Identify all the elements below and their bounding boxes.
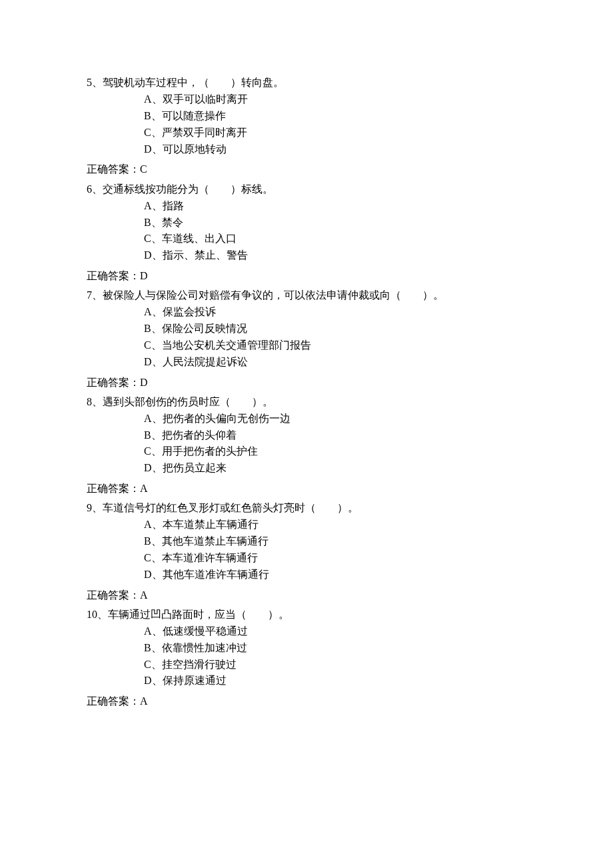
option-d: D、可以原地转动: [144, 141, 526, 158]
option-c: C、用手把伤者的头护住: [144, 443, 526, 460]
option-b: B、可以随意操作: [144, 108, 526, 125]
question-stem: 7、被保险人与保险公司对赔偿有争议的，可以依法申请仲裁或向（ ）。: [87, 286, 526, 304]
option-a: A、低速缓慢平稳通过: [144, 623, 526, 640]
answer-line: 正确答案：D: [87, 373, 526, 391]
option-b: B、依靠惯性加速冲过: [144, 640, 526, 657]
answer-value: A: [140, 589, 148, 601]
answer-line: 正确答案：A: [87, 692, 526, 710]
option-list: A、指路 B、禁令 C、车道线、出入口 D、指示、禁止、警告: [87, 198, 526, 264]
answer-label: 正确答案：: [87, 377, 140, 388]
question-text: 、交通标线按功能分为（ ）标线。: [92, 183, 273, 195]
question-number: 10: [87, 609, 97, 620]
option-list: A、本车道禁止车辆通行 B、其他车道禁止车辆通行 C、本车道准许车辆通行 D、其…: [87, 517, 526, 583]
question-number: 9: [87, 502, 92, 513]
option-b: B、禁令: [144, 215, 526, 231]
option-d: D、人民法院提起诉讼: [144, 354, 526, 371]
page-content: 5、驾驶机动车过程中，（ ）转向盘。 A、双手可以临时离开 B、可以随意操作 C…: [0, 0, 613, 791]
answer-value: D: [140, 270, 148, 281]
option-d: D、保持原速通过: [144, 673, 526, 689]
answer-line: 正确答案：C: [87, 160, 526, 178]
question-number: 6: [87, 183, 92, 195]
question-number: 7: [87, 289, 92, 301]
question-text: 、被保险人与保险公司对赔偿有争议的，可以依法申请仲裁或向（ ）。: [92, 289, 444, 301]
question-text: 、驾驶机动车过程中，（ ）转向盘。: [92, 77, 284, 88]
option-list: A、低速缓慢平稳通过 B、依靠惯性加速冲过 C、挂空挡滑行驶过 D、保持原速通过: [87, 623, 526, 689]
question-stem: 5、驾驶机动车过程中，（ ）转向盘。: [87, 73, 526, 91]
option-b: B、把伤者的头仰着: [144, 427, 526, 444]
option-b: B、其他车道禁止车辆通行: [144, 533, 526, 550]
answer-line: 正确答案：A: [87, 479, 526, 497]
option-list: A、保监会投诉 B、保险公司反映情况 C、当地公安机关交通管理部门报告 D、人民…: [87, 304, 526, 370]
option-c: C、当地公安机关交通管理部门报告: [144, 337, 526, 354]
option-a: A、双手可以临时离开: [144, 91, 526, 108]
answer-line: 正确答案：D: [87, 267, 526, 285]
question-5: 5、驾驶机动车过程中，（ ）转向盘。 A、双手可以临时离开 B、可以随意操作 C…: [87, 73, 526, 157]
question-6: 6、交通标线按功能分为（ ）标线。 A、指路 B、禁令 C、车道线、出入口 D、…: [87, 180, 526, 264]
answer-value: A: [140, 695, 148, 707]
option-list: A、把伤者的头偏向无创伤一边 B、把伤者的头仰着 C、用手把伤者的头护住 D、把…: [87, 411, 526, 477]
option-a: A、本车道禁止车辆通行: [144, 517, 526, 533]
question-stem: 6、交通标线按功能分为（ ）标线。: [87, 180, 526, 198]
answer-value: A: [140, 483, 148, 494]
option-list: A、双手可以临时离开 B、可以随意操作 C、严禁双手同时离开 D、可以原地转动: [87, 91, 526, 157]
option-c: C、本车道准许车辆通行: [144, 550, 526, 567]
answer-value: C: [140, 163, 147, 175]
option-b: B、保险公司反映情况: [144, 321, 526, 337]
question-stem: 10、车辆通过凹凸路面时，应当（ ）。: [87, 605, 526, 623]
answer-label: 正确答案：: [87, 483, 140, 494]
question-stem: 8、遇到头部创伤的伤员时应（ ）。: [87, 393, 526, 411]
answer-label: 正确答案：: [87, 695, 140, 707]
question-9: 9、车道信号灯的红色叉形灯或红色箭头灯亮时（ ）。 A、本车道禁止车辆通行 B、…: [87, 499, 526, 583]
answer-line: 正确答案：A: [87, 586, 526, 604]
answer-label: 正确答案：: [87, 163, 140, 175]
answer-value: D: [140, 377, 148, 388]
question-7: 7、被保险人与保险公司对赔偿有争议的，可以依法申请仲裁或向（ ）。 A、保监会投…: [87, 286, 526, 370]
question-text: 、车辆通过凹凸路面时，应当（ ）。: [97, 609, 289, 620]
question-number: 5: [87, 77, 92, 88]
option-c: C、挂空挡滑行驶过: [144, 657, 526, 673]
option-d: D、指示、禁止、警告: [144, 247, 526, 264]
question-text: 、车道信号灯的红色叉形灯或红色箭头灯亮时（ ）。: [92, 502, 358, 513]
option-c: C、严禁双手同时离开: [144, 125, 526, 141]
question-text: 、遇到头部创伤的伤员时应（ ）。: [92, 396, 273, 407]
question-stem: 9、车道信号灯的红色叉形灯或红色箭头灯亮时（ ）。: [87, 499, 526, 517]
option-a: A、保监会投诉: [144, 304, 526, 321]
question-10: 10、车辆通过凹凸路面时，应当（ ）。 A、低速缓慢平稳通过 B、依靠惯性加速冲…: [87, 605, 526, 689]
option-d: D、把伤员立起来: [144, 460, 526, 477]
option-a: A、指路: [144, 198, 526, 215]
question-number: 8: [87, 396, 92, 407]
answer-label: 正确答案：: [87, 589, 140, 601]
option-a: A、把伤者的头偏向无创伤一边: [144, 411, 526, 427]
question-8: 8、遇到头部创伤的伤员时应（ ）。 A、把伤者的头偏向无创伤一边 B、把伤者的头…: [87, 393, 526, 477]
answer-label: 正确答案：: [87, 270, 140, 281]
option-d: D、其他车道准许车辆通行: [144, 567, 526, 583]
option-c: C、车道线、出入口: [144, 231, 526, 247]
